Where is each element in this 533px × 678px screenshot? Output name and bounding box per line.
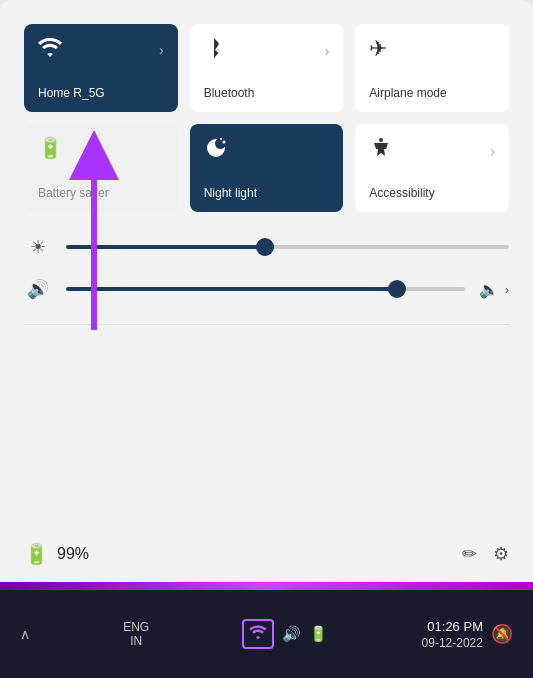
battery-icon: 🔋: [24, 542, 49, 566]
accessibility-label: Accessibility: [369, 186, 434, 200]
airplane-icon: ✈: [369, 36, 387, 62]
brightness-track: [66, 245, 509, 249]
wifi-label: Home R_5G: [38, 86, 105, 100]
tile-nightlight[interactable]: Night light: [190, 124, 344, 212]
brightness-thumb[interactable]: [256, 238, 274, 256]
taskbar: ∧ ENG IN 🔊 🔋 01: [0, 590, 533, 678]
brightness-slider[interactable]: [66, 237, 509, 257]
bluetooth-label: Bluetooth: [204, 86, 255, 100]
battery-label: Battery saver: [38, 186, 109, 200]
expand-chevron[interactable]: ∧: [20, 626, 30, 642]
volume-row: 🔊 🔈 ›: [24, 278, 509, 300]
accessibility-chevron: ›: [490, 143, 495, 159]
tile-accessibility[interactable]: › Accessibility: [355, 124, 509, 212]
tiles-grid: › Home R_5G › Bluetooth ✈: [24, 24, 509, 212]
volume-icon: 🔊: [24, 278, 52, 300]
bluetooth-chevron: ›: [325, 43, 330, 59]
lang-line2: IN: [123, 634, 149, 648]
nightlight-icon: [204, 136, 228, 166]
tile-airplane[interactable]: ✈ Airplane mode: [355, 24, 509, 112]
gradient-bar: [0, 582, 533, 590]
wifi-icon: [38, 36, 62, 64]
taskbar-far-right: 01:26 PM 09-12-2022 🔕: [422, 619, 513, 650]
settings-button[interactable]: ⚙: [493, 543, 509, 565]
battery-saver-icon: 🔋: [38, 136, 63, 160]
airplane-label: Airplane mode: [369, 86, 446, 100]
volume-right-controls: 🔈 ›: [479, 280, 509, 299]
tile-battery[interactable]: 🔋 Battery saver: [24, 124, 178, 212]
wifi-taskbar-icon: [249, 624, 267, 644]
notification-icon[interactable]: 🔕: [491, 623, 513, 645]
wifi-taskbar-icon-box[interactable]: [242, 619, 274, 649]
date-text: 09-12-2022: [422, 636, 483, 650]
taskbar-icons: 🔊 🔋: [242, 619, 328, 649]
svg-point-2: [379, 138, 383, 142]
svg-point-1: [220, 138, 222, 140]
volume-slider[interactable]: [66, 279, 465, 299]
accessibility-icon: [369, 136, 393, 166]
volume-device-icon: 🔈: [479, 280, 499, 299]
language-indicator: ENG IN: [123, 620, 149, 649]
time-text: 01:26 PM: [427, 619, 483, 634]
volume-chevron[interactable]: ›: [505, 282, 509, 297]
sliders-section: ☀ 🔊 🔈 ›: [24, 228, 509, 308]
brightness-icon: ☀: [24, 236, 52, 258]
edit-button[interactable]: ✏: [462, 543, 477, 565]
quick-settings-panel: › Home R_5G › Bluetooth ✈: [0, 0, 533, 590]
bluetooth-icon: [204, 36, 224, 66]
status-actions: ✏ ⚙: [462, 543, 509, 565]
nightlight-label: Night light: [204, 186, 257, 200]
lang-line1: ENG: [123, 620, 149, 634]
tile-wifi[interactable]: › Home R_5G: [24, 24, 178, 112]
taskbar-inner: ∧ ENG IN 🔊 🔋 01: [0, 619, 533, 650]
battery-percent: 99%: [57, 545, 89, 563]
volume-taskbar-icon[interactable]: 🔊: [282, 625, 301, 643]
taskbar-center: ENG IN: [123, 620, 149, 649]
separator: [24, 324, 509, 325]
svg-point-0: [222, 141, 225, 144]
status-bar: 🔋 99% ✏ ⚙: [24, 530, 509, 574]
brightness-row: ☀: [24, 236, 509, 258]
battery-taskbar-icon[interactable]: 🔋: [309, 625, 328, 643]
battery-status: 🔋 99%: [24, 542, 89, 566]
wifi-chevron: ›: [159, 42, 164, 58]
volume-thumb[interactable]: [388, 280, 406, 298]
clock-display[interactable]: 01:26 PM 09-12-2022: [422, 619, 483, 650]
tile-bluetooth[interactable]: › Bluetooth: [190, 24, 344, 112]
taskbar-left: ∧: [20, 626, 30, 642]
